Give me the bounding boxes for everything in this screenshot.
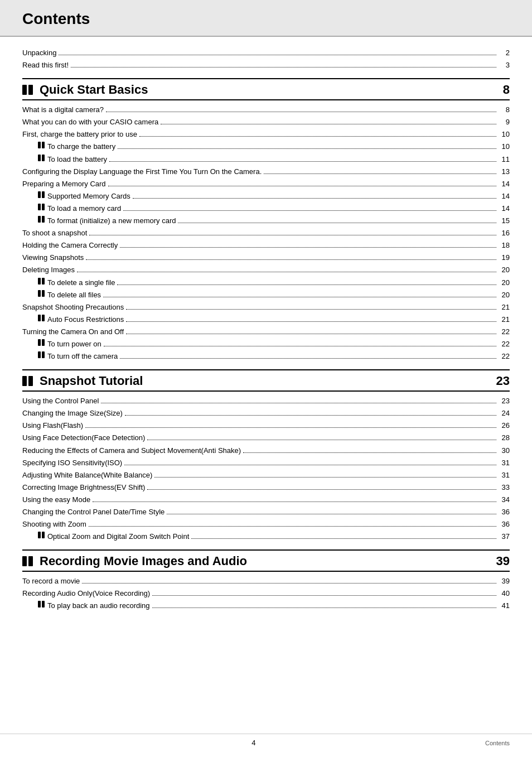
toc-label: To delete all files [47, 289, 101, 301]
toc-label: Read this first! [22, 59, 69, 71]
toc-label: Reducing the Effects of Camera and Subje… [22, 445, 201, 457]
toc-dots [120, 247, 496, 248]
bullet-icon [38, 204, 45, 210]
bullet-icon [38, 142, 45, 148]
toc-row: Correcting Image Brightness (EV Shift) 3… [22, 481, 510, 494]
toc-label: Turning the Camera On and Off [22, 326, 124, 338]
section-icon [22, 556, 33, 566]
toc-dots [124, 465, 496, 465]
bullet-icon [38, 278, 45, 285]
toc-page: 3 [499, 59, 510, 71]
toc-label: What you can do with your CASIO camera [22, 116, 158, 128]
toc-page: 26 [499, 420, 510, 432]
toc-page: 36 [499, 518, 510, 531]
toc-row: Viewing Snapshots 19 [22, 252, 510, 264]
toc-label: To shoot a snapshot [22, 227, 87, 239]
toc-page: 9 [499, 116, 510, 128]
section-header-quick-start: Quick Start Basics 8 [22, 78, 510, 100]
section-quick-start: Quick Start Basics 8 What is a digital c… [22, 78, 510, 363]
toc-page: 22 [499, 350, 510, 363]
toc-row: To turn power on 22 [22, 338, 510, 350]
toc-label: Optical Zoom and Digital Zoom Switch Poi… [47, 531, 189, 543]
toc-row: To charge the battery 10 [22, 141, 510, 153]
toc-label: To delete a single file [47, 277, 115, 289]
toc-label: Supported Memory Cards [47, 190, 130, 202]
toc-label: Auto Focus Restrictions [47, 314, 124, 326]
toc-page: 19 [499, 252, 510, 264]
toc-row: Holding the Camera Correctly 18 [22, 239, 510, 252]
toc-label: Using the easy Mode [22, 494, 90, 506]
toc-row: To shoot a snapshot 16 [22, 227, 510, 239]
page: Contents Unpacking 2 Read this first! 3 … [0, 0, 532, 757]
toc-label: Recording Audio Only [22, 587, 93, 600]
toc-page: 16 [499, 227, 510, 239]
toc-row: Using Face Detection (Face Detection) 28 [22, 432, 510, 444]
toc-dots [139, 136, 496, 137]
bullet-icon [38, 290, 45, 297]
bullet-icon [38, 532, 45, 538]
bullet-icon [38, 191, 45, 198]
toc-row: What you can do with your CASIO camera 9 [22, 116, 510, 128]
toc-row: Optical Zoom and Digital Zoom Switch Poi… [22, 531, 510, 543]
toc-page: 14 [499, 202, 510, 215]
toc-suffix: (ISO) [105, 457, 122, 469]
toc-label: First, charge the battery prior to use [22, 128, 137, 141]
toc-dots [264, 173, 496, 174]
section-title: Quick Start Basics [22, 83, 148, 97]
toc-page: 20 [499, 264, 510, 276]
footer-label: Contents [485, 740, 510, 746]
toc-page: 8 [499, 104, 510, 116]
toc-row: To load a memory card 14 [22, 202, 510, 215]
toc-page: 31 [499, 457, 510, 469]
toc-dots [120, 358, 496, 359]
toc-page: 11 [499, 153, 510, 166]
toc-row: To play back an audio recording 41 [22, 600, 510, 612]
toc-page: 13 [499, 166, 510, 178]
toc-label: Viewing Snapshots [22, 252, 84, 264]
toc-row: Specifying ISO Sensitivity (ISO) 31 [22, 457, 510, 469]
toc-dots [147, 440, 496, 440]
toc-dots [103, 297, 496, 297]
toc-dots [104, 346, 496, 346]
toc-row: Using the Control Panel 23 [22, 395, 510, 407]
section-header-snapshot-tutorial: Snapshot Tutorial 23 [22, 369, 510, 392]
toc-row: Recording Audio Only (Voice Recording) 4… [22, 587, 510, 600]
toc-label: To record a movie [22, 575, 80, 587]
toc-label: Shooting with Zoom [22, 518, 86, 531]
toc-row: To delete all files 20 [22, 289, 510, 301]
toc-row: Auto Focus Restrictions 21 [22, 314, 510, 326]
toc-label: To turn power on [47, 338, 101, 350]
toc-page: 15 [499, 215, 510, 227]
toc-dots [123, 210, 496, 211]
toc-group: Using the Control Panel 23 Changing the … [22, 395, 510, 543]
toc-content: Unpacking 2 Read this first! 3 Quick Sta… [0, 47, 532, 637]
toc-label: To load a memory card [47, 202, 121, 215]
toc-dots [147, 489, 496, 490]
toc-page: 22 [499, 338, 510, 350]
toc-dots [86, 259, 496, 260]
toc-label: To play back an audio recording [47, 600, 150, 612]
toc-dots [152, 607, 496, 608]
toc-page: 14 [499, 178, 510, 190]
toc-suffix: (Anti Shake) [201, 445, 241, 457]
toc-label: Holding the Camera Correctly [22, 239, 118, 252]
toc-dots [126, 334, 496, 334]
toc-label: Deleting Images [22, 264, 75, 276]
toc-row: Supported Memory Cards 14 [22, 190, 510, 202]
toc-page: 40 [499, 587, 510, 600]
toc-group: What is a digital camera? 8 What you can… [22, 104, 510, 363]
toc-label: To load the battery [47, 153, 107, 166]
toc-page: 31 [499, 469, 510, 481]
toc-label: Changing the Image Size [22, 407, 104, 420]
toc-row: Preparing a Memory Card 14 [22, 178, 510, 190]
toc-dots [89, 235, 496, 235]
toc-dots [71, 67, 496, 67]
toc-page: 28 [499, 432, 510, 444]
toc-dots [152, 595, 496, 596]
section-title: Recording Movie Images and Audio [22, 554, 247, 568]
bullet-icon [38, 351, 45, 358]
toc-dots [77, 272, 496, 272]
section-page-number: 39 [496, 554, 510, 568]
bullet-icon [38, 339, 45, 346]
toc-label: Snapshot Shooting Precautions [22, 301, 124, 314]
